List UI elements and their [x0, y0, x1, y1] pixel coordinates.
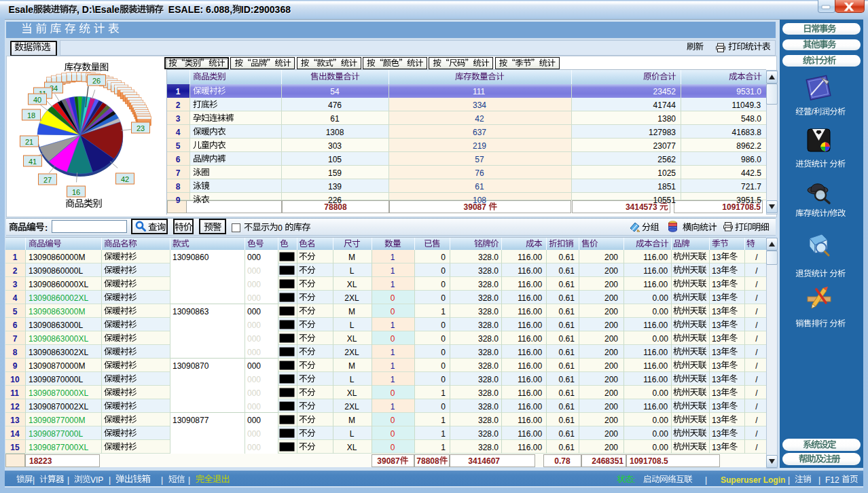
- svg-text:16: 16: [72, 188, 80, 196]
- svg-text:L: L: [350, 321, 355, 330]
- svg-text:116.00: 116.00: [643, 266, 668, 276]
- svg-text:M: M: [348, 361, 355, 371]
- svg-text:13: 13: [712, 388, 721, 398]
- svg-text:116.00: 116.00: [643, 253, 668, 262]
- svg-text:637: 637: [473, 128, 486, 137]
- svg-text:61: 61: [330, 114, 340, 124]
- svg-text:0.00: 0.00: [653, 416, 669, 425]
- svg-text:/: /: [827, 209, 830, 219]
- svg-text:0.61: 0.61: [559, 361, 575, 371]
- svg-text:|: |: [67, 475, 69, 485]
- svg-text:200: 200: [604, 253, 618, 262]
- svg-text:328.0: 328.0: [478, 348, 499, 357]
- svg-text:/: /: [755, 416, 758, 425]
- svg-text:13090863: 13090863: [173, 307, 209, 316]
- svg-text:000: 000: [247, 443, 261, 452]
- svg-text:13: 13: [712, 293, 721, 303]
- svg-text:18223: 18223: [29, 456, 52, 466]
- svg-text:116.00: 116.00: [643, 348, 668, 357]
- svg-text:14: 14: [10, 429, 20, 439]
- svg-text:13: 13: [712, 375, 721, 384]
- svg-text:0.00: 0.00: [653, 334, 669, 344]
- svg-text:200: 200: [604, 402, 618, 412]
- svg-text:/: /: [755, 361, 758, 371]
- svg-text:5: 5: [13, 307, 18, 316]
- svg-text:1: 1: [176, 87, 181, 96]
- svg-text:328.0: 328.0: [478, 416, 499, 425]
- svg-text:116.00: 116.00: [643, 321, 668, 330]
- svg-text:11049.3: 11049.3: [732, 101, 761, 110]
- svg-text:116.00: 116.00: [518, 334, 542, 344]
- svg-text:41: 41: [29, 158, 37, 166]
- svg-text:721.7: 721.7: [741, 182, 761, 191]
- svg-text:1: 1: [391, 280, 395, 289]
- svg-text:116.00: 116.00: [518, 253, 542, 262]
- svg-text:000: 000: [247, 334, 261, 344]
- svg-text:/: /: [755, 388, 758, 398]
- svg-text:116.00: 116.00: [518, 266, 542, 276]
- svg-text:116.00: 116.00: [643, 280, 668, 289]
- svg-text:13090863002XL: 13090863002XL: [29, 348, 88, 357]
- svg-text:000: 000: [247, 402, 261, 412]
- svg-text:39087: 39087: [464, 202, 489, 212]
- svg-text:0: 0: [441, 348, 446, 357]
- svg-text:3: 3: [176, 114, 181, 124]
- svg-text:M: M: [348, 416, 355, 425]
- svg-text:41683.8: 41683.8: [732, 128, 762, 137]
- svg-text:1: 1: [391, 361, 395, 371]
- svg-text:0.61: 0.61: [559, 402, 575, 412]
- svg-text:5: 5: [176, 141, 181, 151]
- svg-text:0: 0: [391, 429, 395, 439]
- svg-text:/: /: [755, 429, 758, 439]
- svg-text:54: 54: [330, 87, 340, 96]
- svg-text:116.00: 116.00: [643, 361, 668, 371]
- svg-text:000: 000: [247, 388, 261, 398]
- svg-text:105: 105: [328, 155, 342, 164]
- svg-text:3414573: 3414573: [626, 202, 659, 212]
- svg-text:200: 200: [604, 429, 618, 439]
- svg-text:116.00: 116.00: [643, 402, 668, 412]
- svg-text:13: 13: [712, 361, 721, 371]
- svg-text:000: 000: [247, 348, 261, 357]
- svg-text:23: 23: [137, 124, 145, 132]
- svg-text:13: 13: [712, 402, 721, 412]
- svg-text:13090863000L: 13090863000L: [29, 321, 83, 330]
- svg-text:116.00: 116.00: [518, 307, 542, 316]
- svg-text:4: 4: [13, 293, 18, 303]
- svg-text:116.00: 116.00: [518, 416, 542, 425]
- svg-text:10: 10: [10, 375, 20, 384]
- svg-text:13090863000M: 13090863000M: [29, 307, 85, 316]
- svg-text:1: 1: [391, 375, 395, 384]
- svg-text:0.61: 0.61: [559, 429, 575, 439]
- svg-text:328.0: 328.0: [478, 334, 499, 344]
- svg-text:1: 1: [13, 253, 18, 262]
- svg-text:1: 1: [441, 443, 446, 452]
- svg-text:1308: 1308: [326, 128, 344, 137]
- svg-text:ESALE: 6.088,: ESALE: 6.088,: [163, 4, 232, 15]
- svg-text:0: 0: [441, 375, 446, 384]
- svg-text:1: 1: [441, 307, 446, 316]
- svg-text:13: 13: [712, 429, 721, 439]
- svg-text:3414607: 3414607: [468, 456, 500, 466]
- svg-text:M: M: [348, 307, 355, 316]
- svg-text:|: |: [705, 475, 707, 485]
- svg-text:0.61: 0.61: [559, 388, 575, 398]
- svg-text:13090860000L: 13090860000L: [29, 266, 83, 276]
- svg-text:/: /: [755, 375, 758, 384]
- svg-text:0: 0: [391, 443, 395, 452]
- svg-text:200: 200: [604, 321, 618, 330]
- svg-text:0: 0: [441, 280, 446, 289]
- svg-text:1091708.5: 1091708.5: [630, 456, 668, 466]
- svg-text:39087: 39087: [377, 456, 400, 466]
- svg-text:116.00: 116.00: [518, 388, 542, 398]
- svg-text:000: 000: [247, 307, 261, 316]
- svg-text:Superuser Login: Superuser Login: [721, 475, 785, 485]
- svg-text::: :: [45, 223, 48, 233]
- svg-text:548.0: 548.0: [741, 114, 761, 124]
- svg-text:L: L: [350, 266, 355, 276]
- svg-text:6: 6: [176, 155, 181, 164]
- svg-text:328.0: 328.0: [478, 307, 499, 316]
- svg-text:/: /: [812, 107, 814, 117]
- svg-text:1091708.5: 1091708.5: [722, 202, 761, 212]
- svg-text:13090870000XL: 13090870000XL: [29, 388, 88, 398]
